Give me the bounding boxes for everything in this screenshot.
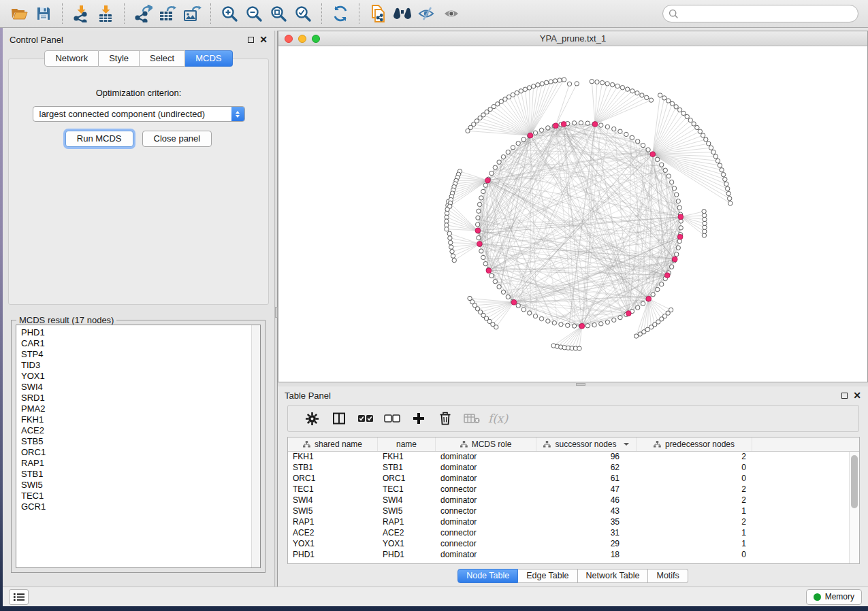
graph-node[interactable] [641,301,645,306]
graph-node[interactable] [585,121,590,125]
mcds-result-item[interactable]: TEC1 [21,491,251,501]
graph-hub-node[interactable] [672,257,677,262]
graph-node[interactable] [605,125,609,129]
split-view-button[interactable] [325,407,352,430]
graph-node[interactable] [533,131,537,135]
graph-node[interactable] [477,235,481,240]
graph-node[interactable] [479,196,483,200]
table-cell[interactable]: RAP1 [288,517,378,528]
graph-node[interactable] [546,319,550,323]
memory-button[interactable]: Memory [806,589,862,605]
graph-node[interactable] [536,83,540,87]
graph-node[interactable] [702,213,706,217]
graph-node[interactable] [577,346,581,350]
table-row[interactable]: STB1STB1dominator620 [288,463,849,474]
table-cell[interactable]: PHD1 [288,550,378,561]
network-canvas[interactable] [278,46,867,382]
table-cell[interactable]: dominator [436,550,536,561]
graph-node[interactable] [660,282,664,286]
graph-node[interactable] [595,80,599,84]
zoom-selected-button[interactable] [291,2,315,25]
search-network-button[interactable] [390,2,415,25]
table-cell[interactable]: 31 [536,528,637,539]
graph-node[interactable] [562,78,566,82]
graph-node[interactable] [475,222,479,227]
table-cell[interactable]: ORC1 [288,474,378,484]
table-cell[interactable]: 2 [637,517,752,528]
clone-network-button[interactable] [366,2,390,25]
graph-node[interactable] [679,226,683,230]
graph-node[interactable] [553,79,557,83]
graph-node[interactable] [466,129,470,133]
graph-node[interactable] [501,154,505,159]
export-table-button[interactable] [155,2,180,25]
graph-node[interactable] [662,96,666,100]
graph-hub-node[interactable] [592,122,598,127]
graph-node[interactable] [452,258,456,262]
graph-node[interactable] [501,290,505,294]
import-table-button[interactable] [93,2,118,25]
graph-node[interactable] [655,157,659,161]
graph-node[interactable] [533,314,537,318]
result-list-scrollbar[interactable] [251,325,260,567]
mcds-result-item[interactable]: GCR1 [21,501,251,512]
graph-node[interactable] [477,202,481,206]
table-cell[interactable]: 0 [637,550,752,561]
tab-node-table[interactable]: Node Table [457,569,518,583]
graph-hub-node[interactable] [528,133,533,138]
graph-node[interactable] [447,231,451,235]
table-cell[interactable]: 43 [536,506,637,517]
graph-node[interactable] [618,129,622,133]
table-cell[interactable]: ORC1 [378,474,436,484]
table-cell[interactable]: connector [436,506,536,517]
select-all-columns-button[interactable] [352,407,379,430]
graph-hub-node[interactable] [664,273,670,278]
graph-node[interactable] [713,154,718,159]
graph-node[interactable] [567,82,571,86]
zoom-out-button[interactable] [242,2,266,25]
graph-node[interactable] [721,172,725,176]
save-session-button[interactable] [31,2,56,25]
graph-node[interactable] [592,323,596,327]
graph-node[interactable] [681,111,686,115]
zoom-fit-button[interactable] [266,2,291,25]
show-all-button[interactable] [439,2,464,25]
column-header-shared-name[interactable]: shared name [288,437,378,451]
graph-node[interactable] [579,120,583,125]
table-cell[interactable]: 0 [637,474,752,484]
function-builder-button[interactable]: f(x) [485,407,511,430]
table-cell[interactable]: 0 [637,463,752,474]
mcds-result-item[interactable]: STB5 [21,436,251,447]
table-cell[interactable]: ACE2 [288,528,378,539]
table-cell[interactable]: 29 [536,539,637,550]
close-panel-icon[interactable]: ✕ [259,37,268,43]
table-scrollbar[interactable] [849,452,859,563]
mcds-result-item[interactable]: STB1 [21,469,251,480]
graph-node[interactable] [511,146,515,150]
graph-node[interactable] [701,133,705,137]
mcds-result-item[interactable]: RAP1 [21,458,251,469]
graph-node[interactable] [546,126,550,130]
graph-node[interactable] [615,84,620,88]
table-cell[interactable]: 1 [637,506,752,517]
column-header-name[interactable]: name [378,437,436,451]
graph-node[interactable] [692,122,696,126]
tab-select[interactable]: Select [140,50,185,67]
mcds-result-item[interactable]: ACE2 [21,425,251,436]
graph-node[interactable] [539,316,543,320]
table-cell[interactable]: 2 [637,452,752,463]
graph-node[interactable] [716,159,720,163]
graph-node[interactable] [521,308,526,312]
graph-node[interactable] [558,78,562,82]
graph-node[interactable] [544,80,548,84]
export-image-button[interactable] [180,2,204,25]
mcds-result-item[interactable]: CAR1 [21,338,251,349]
table-cell[interactable]: 1 [637,528,752,539]
table-settings-button[interactable] [299,407,325,430]
graph-node[interactable] [651,293,655,297]
table-cell[interactable]: dominator [436,517,536,528]
graph-hub-node[interactable] [561,121,566,127]
graph-node[interactable] [703,229,707,233]
tab-motifs[interactable]: Motifs [648,569,688,583]
table-cell[interactable]: YOX1 [288,539,378,550]
